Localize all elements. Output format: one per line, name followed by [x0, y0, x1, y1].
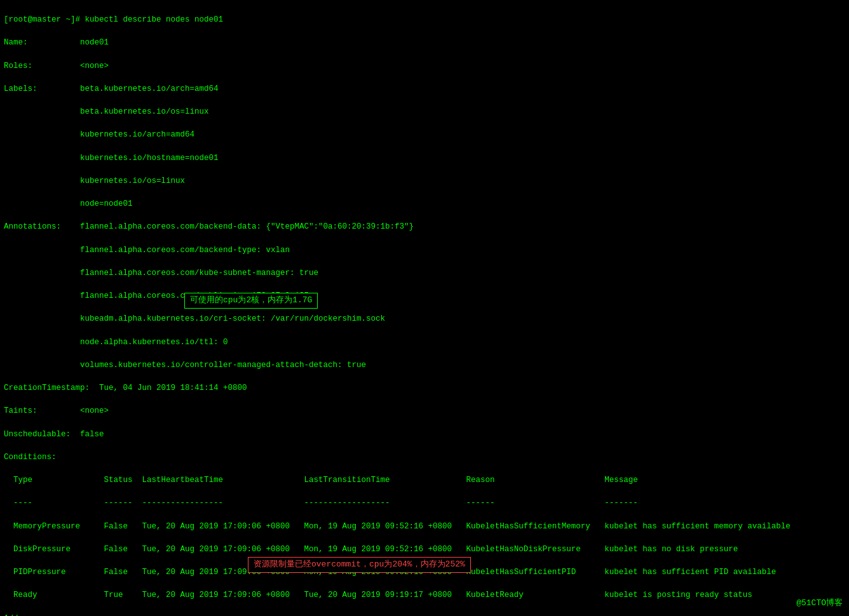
line-addresses: Addresses:	[4, 613, 845, 616]
line-labels3: kubernetes.io/hostname=node01	[4, 152, 845, 164]
line-name: Name: node01	[4, 37, 845, 48]
line-anno1: flannel.alpha.coreos.com/backend-type: v…	[4, 244, 845, 256]
line-anno6: volumes.kubernetes.io/controller-managed…	[4, 359, 845, 371]
terminal-container: [root@master ~]# kubectl describe nodes …	[4, 3, 845, 616]
line-creation: CreationTimestamp: Tue, 04 Jun 2019 18:4…	[4, 382, 845, 394]
line-anno3: flannel.alpha.coreos.com/public-ip: 172.…	[4, 290, 845, 302]
line-roles: Roles: <none>	[4, 60, 845, 72]
annotation-cpu-box: 可使用的cpu为2核，内存为1.7G	[184, 293, 318, 309]
line-labels4: kubernetes.io/os=linux	[4, 175, 845, 187]
line-cond-mem: MemoryPressure False Tue, 20 Aug 2019 17…	[4, 521, 845, 532]
watermark: @51CTO博客	[796, 598, 843, 610]
line-cond-ready: Ready True Tue, 20 Aug 2019 17:09:06 +08…	[4, 589, 845, 601]
line-conditions: Conditions:	[4, 452, 845, 463]
line-labels1: beta.kubernetes.io/os=linux	[4, 106, 845, 117]
line-unsched: Unschedulable: false	[4, 429, 845, 440]
line-taints: Taints: <none>	[4, 405, 845, 417]
line-command: [root@master ~]# kubectl describe nodes …	[4, 14, 845, 25]
line-labels5: node=node01	[4, 198, 845, 210]
line-anno5: node.alpha.kubernetes.io/ttl: 0	[4, 337, 845, 348]
line-anno4: kubeadm.alpha.kubernetes.io/cri-socket: …	[4, 313, 845, 325]
line-cond-disk: DiskPressure False Tue, 20 Aug 2019 17:0…	[4, 544, 845, 555]
line-anno2: flannel.alpha.coreos.com/kube-subnet-man…	[4, 267, 845, 279]
prompt: [root@master ~]# kubectl describe nodes …	[4, 15, 223, 24]
line-labels: Labels: beta.kubernetes.io/arch=amd64	[4, 83, 845, 95]
line-labels2: kubernetes.io/arch=amd64	[4, 129, 845, 140]
line-annotations: Annotations: flannel.alpha.coreos.com/ba…	[4, 221, 845, 232]
line-cond-sep: ---- ------ ----------------- ----------…	[4, 497, 845, 509]
line-cond-header: Type Status LastHeartbeatTime LastTransi…	[4, 474, 845, 486]
annotation-overcommit-box: 资源限制量已经overcommit，cpu为204%，内存为252%	[248, 557, 471, 573]
